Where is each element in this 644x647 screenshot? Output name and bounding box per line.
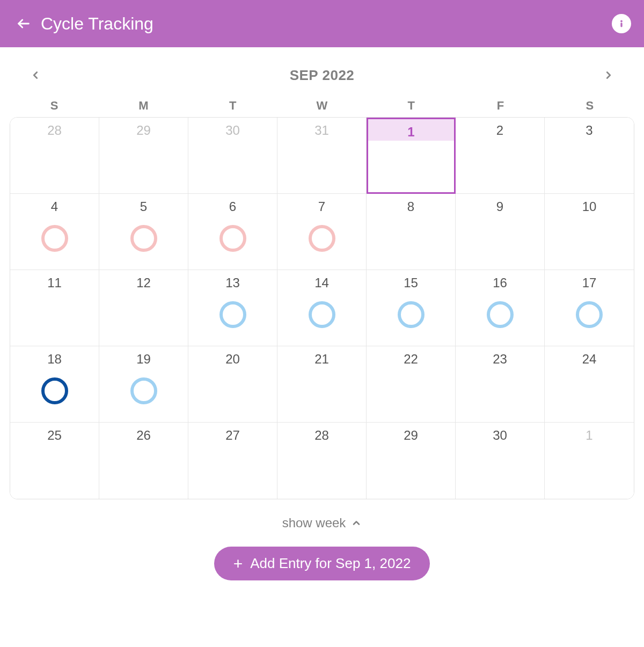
calendar: SEP 2022 SMTWTFS 28293031123456789101112… xyxy=(0,47,644,580)
calendar-day[interactable]: 6 xyxy=(188,194,277,270)
calendar-day[interactable]: 14 xyxy=(277,270,367,346)
calendar-day[interactable]: 10 xyxy=(545,194,634,270)
day-number: 13 xyxy=(188,275,277,290)
day-number: 4 xyxy=(10,199,99,214)
svg-point-2 xyxy=(620,20,623,23)
day-number: 8 xyxy=(367,199,455,214)
day-number: 25 xyxy=(10,428,99,443)
day-number: 1 xyxy=(368,125,454,140)
calendar-day[interactable]: 18 xyxy=(10,346,99,423)
calendar-day[interactable]: 29 xyxy=(99,118,188,194)
day-number: 24 xyxy=(545,352,634,367)
add-entry-label: Add Entry for Sep 1, 2022 xyxy=(250,555,411,572)
info-button[interactable] xyxy=(612,14,631,33)
cycle-marker-icon xyxy=(130,225,157,252)
calendar-day[interactable]: 22 xyxy=(367,346,456,423)
calendar-day[interactable]: 9 xyxy=(456,194,545,270)
calendar-grid: 2829303112345678910111213141516171819202… xyxy=(10,117,634,499)
calendar-day[interactable]: 15 xyxy=(367,270,456,346)
day-number: 9 xyxy=(456,199,544,214)
dow-header: W xyxy=(277,99,367,113)
dow-header: M xyxy=(99,99,188,113)
next-month-button[interactable] xyxy=(598,64,619,86)
calendar-day[interactable]: 1 xyxy=(367,118,456,194)
calendar-day[interactable]: 4 xyxy=(10,194,99,270)
day-number: 15 xyxy=(367,275,455,290)
chevron-left-icon xyxy=(30,69,41,81)
dow-header: S xyxy=(10,99,99,113)
dow-header: F xyxy=(456,99,545,113)
day-number: 19 xyxy=(99,352,188,367)
day-number: 28 xyxy=(277,428,366,443)
day-number: 18 xyxy=(10,352,99,367)
calendar-day[interactable]: 30 xyxy=(188,118,277,194)
month-nav: SEP 2022 xyxy=(10,58,634,99)
calendar-day[interactable]: 28 xyxy=(277,423,367,499)
dow-header: T xyxy=(367,99,456,113)
calendar-day[interactable]: 12 xyxy=(99,270,188,346)
cycle-marker-icon xyxy=(41,225,68,252)
show-week-toggle[interactable]: show week xyxy=(10,499,634,536)
info-icon xyxy=(616,18,627,30)
calendar-day[interactable]: 5 xyxy=(99,194,188,270)
chevron-right-icon xyxy=(603,69,614,81)
day-number: 3 xyxy=(545,123,634,138)
app-header: Cycle Tracking xyxy=(0,0,644,47)
add-entry-button[interactable]: + Add Entry for Sep 1, 2022 xyxy=(214,547,430,580)
month-label: SEP 2022 xyxy=(290,67,355,84)
day-number: 5 xyxy=(99,199,188,214)
day-number: 2 xyxy=(456,123,544,138)
day-number: 28 xyxy=(10,123,99,138)
day-number: 10 xyxy=(545,199,634,214)
add-entry-wrap: + Add Entry for Sep 1, 2022 xyxy=(10,536,634,580)
prev-month-button[interactable] xyxy=(25,64,46,86)
calendar-day[interactable]: 20 xyxy=(188,346,277,423)
cycle-marker-icon xyxy=(309,225,335,252)
day-number: 20 xyxy=(188,352,277,367)
calendar-day[interactable]: 7 xyxy=(277,194,367,270)
day-number: 11 xyxy=(10,275,99,290)
chevron-up-icon xyxy=(351,518,362,528)
calendar-day[interactable]: 19 xyxy=(99,346,188,423)
calendar-day[interactable]: 17 xyxy=(545,270,634,346)
calendar-day[interactable]: 31 xyxy=(277,118,367,194)
day-number: 23 xyxy=(456,352,544,367)
calendar-day[interactable]: 8 xyxy=(367,194,456,270)
day-number: 16 xyxy=(456,275,544,290)
calendar-day[interactable]: 16 xyxy=(456,270,545,346)
day-number: 14 xyxy=(277,275,366,290)
calendar-day[interactable]: 1 xyxy=(545,423,634,499)
cycle-marker-icon xyxy=(41,377,68,404)
day-number: 17 xyxy=(545,275,634,290)
cycle-marker-icon xyxy=(576,301,603,328)
calendar-day[interactable]: 26 xyxy=(99,423,188,499)
svg-rect-3 xyxy=(620,23,622,27)
calendar-day[interactable]: 30 xyxy=(456,423,545,499)
day-number: 1 xyxy=(545,428,634,443)
cycle-marker-icon xyxy=(487,301,514,328)
dow-row: SMTWTFS xyxy=(10,99,634,117)
cycle-marker-icon xyxy=(398,301,425,328)
day-number: 12 xyxy=(99,275,188,290)
calendar-day[interactable]: 23 xyxy=(456,346,545,423)
dow-header: S xyxy=(545,99,634,113)
day-number: 29 xyxy=(99,123,188,138)
calendar-day[interactable]: 3 xyxy=(545,118,634,194)
calendar-day[interactable]: 25 xyxy=(10,423,99,499)
calendar-day[interactable]: 21 xyxy=(277,346,367,423)
calendar-day[interactable]: 28 xyxy=(10,118,99,194)
arrow-left-icon xyxy=(16,16,31,31)
day-number: 31 xyxy=(277,123,366,138)
calendar-day[interactable]: 11 xyxy=(10,270,99,346)
page-title: Cycle Tracking xyxy=(41,14,612,34)
calendar-day[interactable]: 27 xyxy=(188,423,277,499)
show-week-label: show week xyxy=(282,515,346,530)
calendar-day[interactable]: 24 xyxy=(545,346,634,423)
calendar-day[interactable]: 29 xyxy=(367,423,456,499)
day-number: 30 xyxy=(188,123,277,138)
calendar-day[interactable]: 13 xyxy=(188,270,277,346)
cycle-marker-icon xyxy=(219,225,246,252)
plus-icon: + xyxy=(233,556,243,572)
back-button[interactable] xyxy=(13,13,34,34)
calendar-day[interactable]: 2 xyxy=(456,118,545,194)
